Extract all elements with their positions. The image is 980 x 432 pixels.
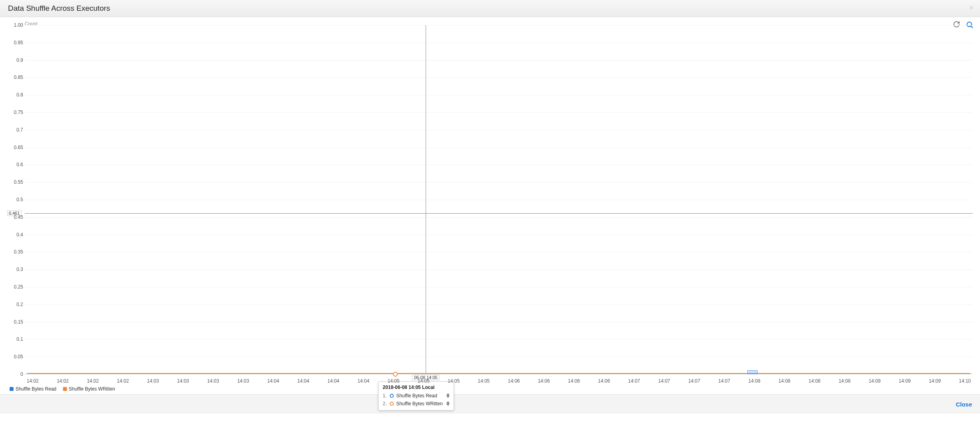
close-button[interactable]: Close <box>956 401 972 408</box>
gridline <box>25 165 973 165</box>
y-tick-label: 0.2 <box>8 302 23 307</box>
x-tick-label: 14:07 <box>688 378 700 384</box>
crosshair-horizontal <box>25 213 973 214</box>
x-tick-label: 14:03 <box>177 378 189 384</box>
close-icon[interactable]: × <box>969 3 974 12</box>
gridline <box>25 95 973 95</box>
tooltip-row: 1.Shuffle Bytes Read0 <box>383 392 449 400</box>
x-tick-label: 14:05 <box>418 378 430 384</box>
tooltip-row-index: 1. <box>383 392 387 400</box>
modal-footer: Close <box>0 394 980 414</box>
x-tick-label: 14:06 <box>568 378 580 384</box>
y-tick-label: 0.4 <box>8 232 23 238</box>
legend-label: Shuffle Bytes Read <box>16 386 57 392</box>
x-tick-label: 14:06 <box>598 378 610 384</box>
y-tick-label: 0.3 <box>8 267 23 272</box>
y-tick-label: 0.55 <box>8 179 23 185</box>
crosshair-vertical <box>426 25 426 374</box>
y-tick-label: 1.00 <box>8 22 23 28</box>
x-tick-label: 14:02 <box>117 378 129 384</box>
x-tick-label: 14:08 <box>748 378 760 384</box>
x-tick-label: 14:04 <box>297 378 309 384</box>
gridline <box>25 25 973 26</box>
tooltip-series-swatch <box>390 394 394 398</box>
x-tick-label: 14:06 <box>508 378 520 384</box>
modal-title: Data Shuffle Across Executors <box>8 4 110 13</box>
modal-header: Data Shuffle Across Executors × <box>0 0 980 17</box>
zoom-selection <box>747 370 758 374</box>
tooltip-series-label: Shuffle Bytes Read <box>396 392 437 400</box>
legend-item-written[interactable]: Shuffle Bytes WRitten <box>63 386 116 392</box>
series-line-written <box>27 373 970 374</box>
gridline <box>25 130 973 130</box>
x-tick-label: 14:03 <box>147 378 159 384</box>
x-tick-label: 14:02 <box>57 378 69 384</box>
gridline <box>25 304 973 305</box>
gridline <box>25 112 973 113</box>
tooltip-title: 2018-06-08 14:05 Local <box>383 385 449 390</box>
y-tick-label: 0.8 <box>8 92 23 98</box>
x-tick-label: 14:09 <box>899 378 911 384</box>
y-tick-label: 0.75 <box>8 110 23 115</box>
legend-swatch-written <box>63 387 67 391</box>
y-tick-label: 0.1 <box>8 336 23 342</box>
gridline <box>25 147 973 148</box>
x-tick-label: 14:05 <box>478 378 490 384</box>
gridline <box>25 182 973 183</box>
x-tick-label: 14:08 <box>839 378 850 384</box>
x-tick-label: 14:07 <box>718 378 730 384</box>
y-tick-label: 0.9 <box>8 57 23 63</box>
hover-point-marker <box>393 372 398 377</box>
legend-item-read[interactable]: Shuffle Bytes Read <box>10 386 57 392</box>
tooltip-row: 2.Shuffle Bytes WRitten0 <box>383 400 449 408</box>
gridline <box>25 235 973 235</box>
legend: Shuffle Bytes Read Shuffle Bytes WRitten <box>10 386 115 392</box>
y-tick-label: 0.6 <box>8 162 23 167</box>
x-tick-label: 14:03 <box>237 378 249 384</box>
gridline <box>25 287 973 287</box>
gridline <box>25 322 973 322</box>
gridline <box>25 43 973 43</box>
y-tick-label: 0.7 <box>8 127 23 133</box>
x-tick-label: 14:07 <box>658 378 670 384</box>
x-tick-label: 14:04 <box>267 378 279 384</box>
y-tick-label: 0.05 <box>8 354 23 359</box>
gridline <box>25 77 973 78</box>
tooltip-series-value: 0 <box>447 392 450 400</box>
y-tick-label: 0.65 <box>8 145 23 150</box>
gridline <box>25 217 973 218</box>
x-tick-label: 14:05 <box>448 378 460 384</box>
x-tick-label: 14:09 <box>929 378 941 384</box>
y-tick-label: 0.85 <box>8 75 23 80</box>
y-tick-label: 0 <box>8 371 23 377</box>
x-tick-label: 14:06 <box>538 378 550 384</box>
plot-area[interactable]: 0.46106-08 14:052018-06-08 14:05 Local1.… <box>25 25 973 374</box>
gridline <box>25 339 973 340</box>
gridline <box>25 200 973 200</box>
legend-label: Shuffle Bytes WRitten <box>69 386 116 392</box>
x-tick-label: 14:07 <box>628 378 640 384</box>
gridline <box>25 60 973 61</box>
gridline <box>25 269 973 270</box>
legend-swatch-read <box>10 387 14 391</box>
y-tick-label: 0.5 <box>8 197 23 202</box>
x-tick-label: 14:04 <box>328 378 340 384</box>
x-tick-label: 14:08 <box>809 378 821 384</box>
tooltip-series-value: 0 <box>447 400 450 408</box>
tooltip: 2018-06-08 14:05 Local1.Shuffle Bytes Re… <box>378 381 454 410</box>
tooltip-series-label: Shuffle Bytes WRitten <box>396 400 443 408</box>
x-tick-label: 14:04 <box>357 378 369 384</box>
x-tick-label: 14:02 <box>87 378 99 384</box>
gridline <box>25 357 973 357</box>
y-tick-label: 0.95 <box>8 40 23 45</box>
y-tick-label: 0.35 <box>8 249 23 255</box>
x-tick-label: 14:09 <box>869 378 881 384</box>
tooltip-series-swatch <box>390 402 394 406</box>
x-tick-label: 14:05 <box>387 378 399 384</box>
y-tick-label: 0.45 <box>8 214 23 220</box>
chart-area[interactable]: Count 0.46106-08 14:052018-06-08 14:05 L… <box>7 23 973 389</box>
x-tick-label: 14:03 <box>207 378 219 384</box>
tooltip-row-index: 2. <box>383 400 387 408</box>
y-tick-label: 0.15 <box>8 319 23 325</box>
x-tick-label: 14:10 <box>959 378 971 384</box>
